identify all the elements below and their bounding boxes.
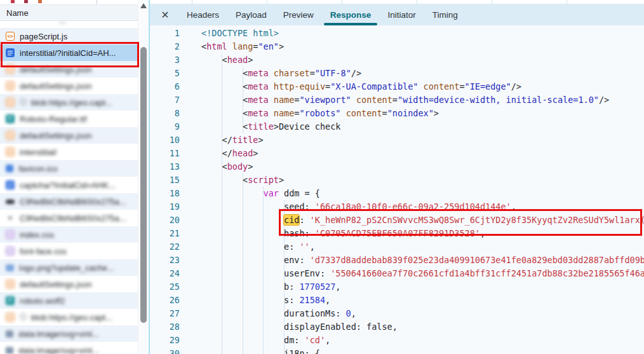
line-number: 3 [150,53,180,67]
line-content: <head> [201,53,253,67]
request-name-label: Roboto-Regular.ttf [20,114,87,124]
json-file-icon: {} [6,65,15,74]
code-line-18: 18 var ddm = { [150,187,644,200]
network-request-row[interactable]: {}defaultSettings.json [0,78,138,94]
svg-file-icon [6,330,13,337]
request-name-label: font-face.css [20,247,67,256]
tab-response[interactable]: Response [322,4,380,25]
code-line-9: 9 <title>Device check [150,120,644,133]
code-line-6: 6 <meta http-equiv="X-UA-Compatible" con… [150,80,644,93]
line-number: 24 [150,267,180,280]
request-name-label: defaultSettings.json [20,131,91,140]
line-number: 23 [150,254,180,267]
line-number: 29 [150,334,180,347]
code-line-20: 20 cid: 'K_heWnP82_pS2CnSWvvcMS3wQ8Swr_6… [150,214,644,227]
code-line-25: 25 b: 1770527, [150,280,644,294]
code-line-10: 10 </title> [150,133,644,147]
line-content: dm: 'cd', [201,334,330,347]
network-request-row[interactable]: favicon.ico [0,160,138,177]
info-icon: ⓘ [20,312,27,323]
request-name-label: blob:https://geo.capt... [31,313,112,322]
network-request-row[interactable]: <>pageScript.js [0,28,138,44]
tab-headers[interactable]: Headers [178,4,227,25]
request-name-label: captcha/?initialCid=AHK... [20,180,116,190]
css-file-icon: {} [6,230,15,239]
line-number: 1 [150,27,180,40]
network-request-row[interactable]: captcha/?initialCid=AHK... [0,177,138,193]
js-file-icon: <> [6,32,15,41]
line-content: hash: 'C0705ACD75EBF650A07FF8291D3528', [201,227,485,240]
tab-payload[interactable]: Payload [227,4,275,25]
line-content: </title> [201,133,264,147]
scroll-up-arrow-icon[interactable] [140,3,147,8]
scrollbar-thumb[interactable] [140,47,147,323]
code-line-30: 30 i18n: { [150,347,644,354]
tab-preview[interactable]: Preview [275,4,322,25]
network-request-row[interactable]: {}ⓘblob:https://geo.capt... [0,94,138,111]
network-request-row[interactable]: ... [0,21,138,28]
network-request-row[interactable]: {}interstitial/ [0,144,138,160]
line-content: b: 1770527, [201,280,340,294]
network-request-row[interactable]: FRoboto-Regular.ttf [0,111,138,127]
line-content: userEnv: '550641660ea7f70c2661cfd1a4bff3… [201,267,644,280]
code-line-15: 15 <script> [150,174,644,187]
code-line-21: 21 hash: 'C0705ACD75EBF650A07FF8291D3528… [150,227,644,240]
line-number: 9 [150,120,180,133]
close-icon[interactable]: ✕ [158,9,172,21]
name-column-label: Name [6,8,29,18]
svg-file-icon [6,347,13,354]
line-number: 2 [150,40,180,53]
line-content: durationMs: 0, [201,307,356,320]
request-name-label: ... [59,21,66,25]
line-number: 21 [150,227,180,240]
network-request-row[interactable]: {}index.css [0,226,138,243]
detail-tabbar: ✕ HeadersPayloadPreviewResponseInitiator… [150,4,644,25]
code-line-27: 27 durationMs: 0, [150,307,644,320]
line-content: <meta http-equiv="X-UA-Compatible" conte… [201,80,521,93]
devtools-network-panel: ...<>pageScript.jsinterstitial/?initialC… [0,0,644,354]
line-number: 25 [150,280,180,294]
name-column-header[interactable]: Name [0,4,138,21]
info-icon: ⓘ [20,97,27,108]
code-line-7: 7 <meta name="viewport" content="width=d… [150,93,644,107]
sidebar-scrollbar[interactable] [138,0,149,354]
request-name-label: defaultSettings.json [20,280,91,289]
line-number: 13 [150,160,180,174]
network-request-row[interactable]: {}ⓘblob:https://geo.capt... [0,309,138,325]
network-request-row[interactable]: Froboto.woff2 [0,292,138,309]
request-name-label: defaultSettings.json [20,65,91,74]
line-content: <meta charset="UTF-8"/> [201,67,361,80]
line-number: 8 [150,107,180,120]
network-request-row[interactable]: logo.png?update_cache... [0,259,138,276]
network-request-row[interactable]: C9NeBbC9bNdB6S0x275a... [0,193,138,210]
request-name-label: interstitial/?initialCid=AH... [20,48,116,58]
line-number: 22 [150,240,180,254]
line-content: <body> [201,160,253,174]
detail-tabs: HeadersPayloadPreviewResponseInitiatorTi… [178,4,466,25]
tab-timing[interactable]: Timing [424,4,466,25]
code-line-26: 26 s: 21584, [150,294,644,307]
line-content: <script> [201,174,284,187]
code-line-23: 23 env: 'd7337d8addebab839f025e23da40991… [150,254,644,267]
request-name-label: blob:https://geo.capt... [31,98,112,107]
line-content: var ddm = { [201,187,320,200]
network-request-row[interactable]: {}defaultSettings.json [0,127,138,144]
line-number: 19 [150,200,180,214]
network-request-row[interactable]: C9NeBbC9bNdB6S0x275a... [0,210,138,226]
network-request-row[interactable]: interstitial/?initialCid=AH... [0,44,138,61]
network-request-list: ...<>pageScript.jsinterstitial/?initialC… [0,0,149,354]
network-request-row[interactable]: {}defaultSettings.json [0,61,138,78]
network-request-row[interactable]: data:image/svg+xml... [0,325,138,342]
tab-initiator[interactable]: Initiator [379,4,424,25]
network-request-row[interactable]: {}defaultSettings.json [0,276,138,292]
fav-file-icon [6,165,13,172]
request-name-label: defaultSettings.json [20,81,91,91]
code-line-5: 5 <meta charset="UTF-8"/> [150,67,644,80]
line-content: <!DOCTYPE html> [201,27,279,40]
network-request-row[interactable]: data:image/svg+xml... [0,342,138,354]
response-body-viewer[interactable]: 1<!DOCTYPE html>2<html lang="en">3 <head… [150,25,644,354]
line-content: <title>Device check [201,120,341,133]
line-number: 30 [150,347,180,354]
request-name-label: favicon.ico [18,164,57,174]
network-request-row[interactable]: {}font-face.css [0,243,138,259]
